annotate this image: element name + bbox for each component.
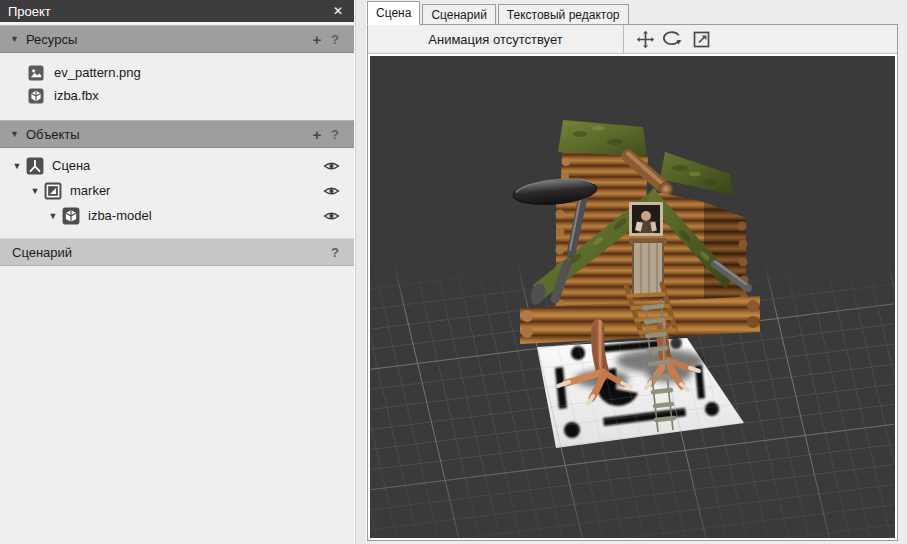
viewport-toolbar: Анимация отсутствует bbox=[368, 25, 897, 54]
add-button[interactable]: + bbox=[308, 31, 326, 48]
editor-area: Сцена Сценарий Текстовый редактор Анимац… bbox=[367, 0, 907, 544]
help-button[interactable]: ? bbox=[326, 32, 344, 47]
rotate-tool-button[interactable] bbox=[662, 28, 684, 50]
section-label: Сценарий bbox=[10, 245, 326, 260]
animation-status: Анимация отсутствует bbox=[368, 25, 624, 53]
objects-tree: ▼ Сцена ▼ marker bbox=[0, 148, 354, 238]
panel-title: Проект bbox=[8, 4, 330, 19]
project-panel: Проект ✕ ▼ Ресурсы + ? ev_pattern.png bbox=[0, 0, 355, 544]
chevron-down-icon[interactable]: ▼ bbox=[44, 211, 62, 221]
chevron-down-icon[interactable]: ▼ bbox=[26, 186, 44, 196]
tree-item-label: izba-model bbox=[88, 208, 323, 223]
visibility-eye-icon[interactable] bbox=[323, 159, 340, 173]
tab-scene[interactable]: Сцена bbox=[367, 1, 420, 25]
tree-item-label: marker bbox=[70, 183, 323, 198]
panel-splitter[interactable] bbox=[355, 0, 367, 544]
tab-text-editor[interactable]: Текстовый редактор bbox=[498, 4, 629, 24]
visibility-eye-icon[interactable] bbox=[323, 184, 340, 198]
help-button[interactable]: ? bbox=[326, 127, 344, 142]
section-header-scenario[interactable]: Сценарий ? bbox=[0, 238, 354, 266]
marker-icon bbox=[44, 182, 62, 200]
project-panel-titlebar: Проект ✕ bbox=[0, 0, 354, 22]
scene-tab-content: Анимация отсутствует bbox=[367, 24, 898, 541]
tree-item-izba-model[interactable]: ▼ izba-model bbox=[0, 203, 354, 228]
panel-empty-area bbox=[0, 266, 354, 544]
scene-viewport[interactable] bbox=[370, 56, 895, 538]
tab-label: Сцена bbox=[376, 6, 411, 20]
image-file-icon bbox=[28, 65, 44, 81]
resource-label: izba.fbx bbox=[54, 88, 99, 103]
visibility-eye-icon[interactable] bbox=[323, 209, 340, 223]
scene-icon bbox=[26, 157, 44, 175]
section-header-objects[interactable]: ▼ Объекты + ? bbox=[0, 120, 354, 148]
resource-item-ev-pattern[interactable]: ev_pattern.png bbox=[0, 61, 354, 84]
tab-label: Текстовый редактор bbox=[507, 8, 620, 22]
model-file-icon bbox=[28, 88, 44, 104]
section-label: Объекты bbox=[26, 127, 308, 142]
add-button[interactable]: + bbox=[308, 126, 326, 143]
section-label: Ресурсы bbox=[26, 32, 308, 47]
transform-tools bbox=[624, 25, 712, 53]
move-icon bbox=[636, 30, 655, 49]
scale-tool-button[interactable] bbox=[690, 28, 712, 50]
tree-item-marker[interactable]: ▼ marker bbox=[0, 178, 354, 203]
help-button[interactable]: ? bbox=[326, 245, 344, 260]
resource-item-izba-fbx[interactable]: izba.fbx bbox=[0, 84, 354, 107]
close-icon[interactable]: ✕ bbox=[330, 4, 346, 18]
model-icon bbox=[62, 207, 80, 225]
move-tool-button[interactable] bbox=[634, 28, 656, 50]
tab-scenario[interactable]: Сценарий bbox=[422, 4, 495, 24]
izba-window bbox=[629, 202, 663, 236]
scale-icon bbox=[692, 30, 711, 49]
editor-tabbar: Сцена Сценарий Текстовый редактор bbox=[367, 0, 898, 24]
chevron-down-icon[interactable]: ▼ bbox=[8, 161, 26, 171]
resource-label: ev_pattern.png bbox=[54, 65, 141, 80]
tree-item-scene[interactable]: ▼ Сцена bbox=[0, 153, 354, 178]
viewport-canvas[interactable] bbox=[370, 56, 894, 538]
rotate-icon bbox=[663, 30, 683, 48]
section-header-resources[interactable]: ▼ Ресурсы + ? bbox=[0, 25, 354, 53]
tab-label: Сценарий bbox=[431, 8, 486, 22]
chevron-down-icon[interactable]: ▼ bbox=[10, 129, 26, 139]
app-window: Проект ✕ ▼ Ресурсы + ? ev_pattern.png bbox=[0, 0, 907, 544]
tree-item-label: Сцена bbox=[52, 158, 323, 173]
resource-list: ev_pattern.png izba.fbx bbox=[0, 53, 354, 120]
chevron-down-icon[interactable]: ▼ bbox=[10, 34, 26, 44]
